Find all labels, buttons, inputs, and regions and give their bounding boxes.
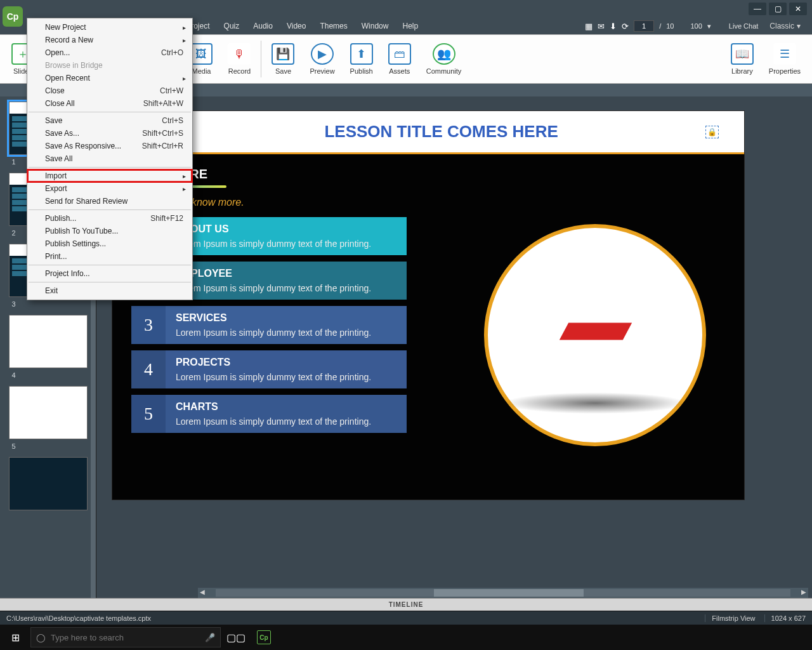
menu-item-label: Send for Shared Review: [45, 197, 128, 206]
file-menu-item[interactable]: Export▸: [27, 182, 192, 195]
lock-icon: 🔒: [705, 126, 719, 138]
file-menu-item[interactable]: Send for Shared Review: [27, 195, 192, 208]
taskbar-search[interactable]: ◯ 🎤: [30, 627, 221, 647]
file-menu-item[interactable]: Open Recent▸: [27, 72, 192, 84]
taskbar-captivate[interactable]: Cp: [251, 625, 277, 650]
menu-item-label: Save As...: [45, 129, 79, 138]
file-menu-item[interactable]: Publish Settings...: [27, 237, 192, 250]
save-button[interactable]: 💾 Save: [264, 37, 302, 81]
assets-button[interactable]: 🗃 Assets: [381, 37, 419, 81]
slide-thumb-4[interactable]: 4: [9, 315, 88, 368]
file-menu-item: Browse in Bridge: [27, 59, 192, 72]
canvas-area[interactable]: eLearning VIFT LESSON TITLE COMES HERE 🔒…: [96, 96, 812, 598]
file-menu-item[interactable]: Print...: [27, 250, 192, 263]
menu-shortcut: Shift+F12: [150, 214, 183, 223]
menu-window[interactable]: Window: [355, 19, 395, 33]
menu-item-label: Import: [45, 171, 67, 180]
thumb-num: 3: [12, 300, 16, 308]
menu-item-label: Publish...: [45, 214, 76, 223]
workspace-selector[interactable]: Classic ▾: [763, 22, 807, 30]
menu-item-label: Publish To YouTube...: [45, 227, 118, 235]
maximize-button[interactable]: ▢: [769, 3, 787, 15]
windows-taskbar: ⊞ ◯ 🎤 ▢▢ Cp: [0, 625, 812, 650]
status-filepath: C:\Users\ravi\Desktop\captivate template…: [6, 614, 151, 622]
page-sep: /: [659, 22, 661, 30]
task-view-button[interactable]: ▢▢: [223, 625, 249, 650]
card-body: CHARTSLorem Ipsum is simply dummy text o…: [166, 395, 407, 433]
timeline-panel-header[interactable]: TIMELINE: [0, 598, 812, 611]
slide-thumb-6[interactable]: [9, 457, 88, 510]
menu-shortcut: Shift+Ctrl+S: [142, 129, 183, 138]
library-button[interactable]: 📖 Library: [723, 37, 761, 81]
card-number: 3: [131, 306, 166, 344]
file-menu-item[interactable]: Import▸: [27, 169, 192, 182]
menu-quiz[interactable]: Quiz: [218, 19, 246, 33]
file-menu-item[interactable]: Exit: [27, 284, 192, 297]
live-chat-link[interactable]: Live Chat: [729, 22, 758, 30]
page-current-input[interactable]: [634, 20, 654, 32]
status-dimensions: 1024 x 627: [764, 614, 806, 622]
zoom-value[interactable]: 100: [690, 22, 702, 30]
sync-icon[interactable]: ⟳: [622, 22, 629, 31]
submenu-arrow-icon: ▸: [183, 37, 186, 44]
scroll-right-icon[interactable]: ▶: [799, 588, 808, 597]
card-body: EMPLOYEELorem Ipsum is simply dummy text…: [166, 262, 407, 300]
file-menu-item[interactable]: New Project▸: [27, 21, 192, 34]
file-menu-item[interactable]: CloseCtrl+W: [27, 84, 192, 97]
file-menu-item[interactable]: Save As...Shift+Ctrl+S: [27, 127, 192, 140]
mic-icon[interactable]: 🎤: [205, 633, 215, 642]
menu-themes[interactable]: Themes: [313, 19, 353, 33]
menu-item-label: Exit: [45, 286, 58, 295]
file-menu-item[interactable]: Record a New▸: [27, 34, 192, 46]
preview-button[interactable]: ▶ Preview: [302, 37, 342, 81]
zoom-arrow-icon[interactable]: ▾: [707, 22, 711, 30]
file-menu-item[interactable]: Save As Responsive...Shift+Ctrl+R: [27, 140, 192, 152]
layout-icon[interactable]: ▦: [585, 22, 593, 31]
download-icon[interactable]: ⬇: [610, 22, 617, 31]
menu-item-label: Publish Settings...: [45, 239, 106, 248]
file-menu-item[interactable]: Open...Ctrl+O: [27, 46, 192, 59]
horizontal-scrollbar[interactable]: ◀ ▶: [198, 588, 808, 598]
file-menu-item[interactable]: Publish...Shift+F12: [27, 212, 192, 225]
close-window-button[interactable]: ✕: [789, 3, 807, 15]
card-number: 5: [131, 395, 166, 433]
start-button[interactable]: ⊞: [3, 625, 28, 650]
menu-item-label: Browse in Bridge: [45, 61, 103, 70]
card-title: EMPLOYEE: [176, 268, 396, 279]
record-button[interactable]: 🎙 Record: [220, 37, 258, 81]
microphone-icon: 🎙: [228, 43, 251, 65]
menu-shortcut: Shift+Alt+W: [143, 99, 183, 108]
slide-content: OMES HERE n " ?" icon to know more. ABOU…: [112, 154, 744, 452]
file-menu-item[interactable]: Save All: [27, 152, 192, 165]
community-button[interactable]: 👥 Community: [419, 37, 469, 81]
publish-button[interactable]: ⬆ Publish: [343, 37, 381, 81]
submenu-arrow-icon: ▸: [183, 75, 186, 82]
menu-help[interactable]: Help: [396, 19, 424, 33]
menu-audio[interactable]: Audio: [247, 19, 279, 33]
file-menu-item[interactable]: Publish To YouTube...: [27, 225, 192, 237]
scroll-left-icon[interactable]: ◀: [198, 588, 207, 597]
cortana-icon: ◯: [36, 633, 46, 642]
slide-canvas[interactable]: eLearning VIFT LESSON TITLE COMES HERE 🔒…: [112, 110, 745, 500]
assets-label: Assets: [389, 67, 410, 75]
search-input[interactable]: [51, 633, 200, 642]
file-menu-item[interactable]: Close AllShift+Alt+W: [27, 97, 192, 110]
record-label: Record: [228, 67, 251, 75]
hscroll-thumb[interactable]: [434, 589, 584, 597]
slide-thumb-5[interactable]: 5: [9, 386, 88, 439]
mail-icon[interactable]: ✉: [598, 22, 605, 31]
menu-item-label: Save: [45, 116, 62, 125]
submenu-arrow-icon: ▸: [183, 173, 186, 180]
card-title: ABOUT US: [176, 223, 396, 235]
file-menu-item[interactable]: SaveCtrl+S: [27, 114, 192, 127]
submenu-arrow-icon: ▸: [183, 185, 186, 192]
card-number: 4: [131, 350, 166, 388]
media-label: Media: [192, 67, 211, 75]
community-label: Community: [426, 67, 462, 75]
card-title: PROJECTS: [176, 357, 396, 368]
file-menu-item[interactable]: Project Info...: [27, 267, 192, 280]
properties-button[interactable]: ☰ Properties: [761, 37, 808, 81]
card-body: ABOUT USLorem Ipsum is simply dummy text…: [166, 217, 407, 255]
menu-video[interactable]: Video: [280, 19, 312, 33]
minimize-button[interactable]: —: [749, 3, 766, 15]
